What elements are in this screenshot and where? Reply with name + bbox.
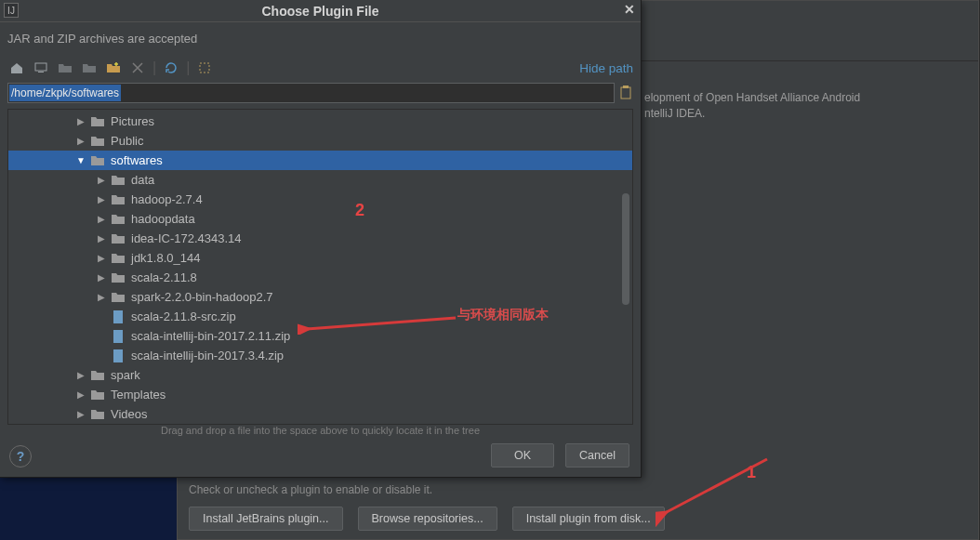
tree-item-label: idea-IC-172.4343.14: [131, 231, 242, 245]
folder-icon: [111, 270, 126, 285]
tree-folder[interactable]: ▶spark-2.2.0-bin-hadoop2.7: [8, 287, 632, 307]
background-panel-bottom: [0, 478, 177, 540]
chevron-right-icon[interactable]: ▶: [96, 194, 107, 204]
project-icon[interactable]: [56, 59, 74, 77]
folder-icon: [90, 134, 105, 149]
module-icon[interactable]: [80, 59, 99, 77]
tree-item-label: Public: [111, 134, 143, 148]
chevron-right-icon[interactable]: ▶: [96, 175, 107, 185]
svg-rect-0: [35, 63, 46, 71]
chevron-right-icon[interactable]: ▶: [75, 116, 86, 126]
new-folder-icon[interactable]: [104, 59, 123, 77]
chevron-right-icon[interactable]: ▶: [96, 253, 107, 263]
tree-file[interactable]: scala-intellij-bin-2017.3.4.zip: [8, 346, 632, 365]
tree-folder[interactable]: ▶spark: [8, 365, 632, 385]
folder-icon: [111, 173, 126, 188]
svg-rect-4: [623, 86, 629, 88]
tree-folder[interactable]: ▶jdk1.8.0_144: [8, 248, 632, 268]
tree-item-label: spark-2.2.0-bin-hadoop2.7: [131, 290, 273, 304]
svg-rect-3: [621, 87, 630, 99]
tree-item-label: scala-intellij-bin-2017.2.11.zip: [131, 329, 290, 343]
chevron-right-icon[interactable]: ▶: [96, 214, 107, 224]
folder-icon: [90, 388, 105, 402]
path-input[interactable]: /home/zkpk/softwares: [7, 83, 615, 103]
chevron-down-icon[interactable]: ▼: [75, 155, 86, 165]
folder-icon: [111, 212, 126, 227]
path-input-value: /home/zkpk/softwares: [9, 85, 121, 101]
drag-hint-text: Drag and drop a file into the space abov…: [0, 425, 641, 436]
chevron-right-icon[interactable]: ▶: [75, 136, 86, 146]
folder-icon: [111, 192, 126, 207]
file-chooser-toolbar: | | Hide path: [0, 59, 641, 83]
tree-file[interactable]: scala-intellij-bin-2017.2.11.zip: [8, 326, 632, 346]
tree-folder[interactable]: ▶hadoop-2.7.4: [8, 190, 632, 209]
chevron-right-icon[interactable]: ▶: [75, 370, 86, 380]
archive-icon: [111, 310, 126, 324]
help-button[interactable]: ?: [9, 445, 32, 468]
close-icon[interactable]: ✕: [624, 2, 635, 17]
chevron-right-icon[interactable]: ▶: [96, 272, 107, 283]
history-icon[interactable]: [618, 84, 633, 102]
dialog-titlebar[interactable]: IJ Choose Plugin File ✕: [0, 0, 641, 22]
ok-button[interactable]: OK: [491, 443, 554, 468]
folder-icon: [90, 153, 105, 168]
chevron-right-icon[interactable]: ▶: [96, 292, 107, 302]
svg-rect-2: [200, 63, 209, 72]
file-tree[interactable]: ▶Pictures▶Public▼softwares▶data▶hadoop-2…: [7, 109, 633, 425]
choose-plugin-file-dialog: IJ Choose Plugin File ✕ JAR and ZIP arch…: [0, 0, 642, 478]
tree-item-label: softwares: [111, 153, 163, 167]
folder-icon: [90, 368, 105, 383]
install-plugin-from-disk-button[interactable]: Install plugin from disk...: [512, 507, 665, 531]
tree-item-label: hadoop-2.7.4: [131, 192, 203, 206]
tree-item-label: hadoopdata: [131, 212, 195, 226]
archive-icon: [111, 349, 126, 363]
tree-item-label: jdk1.8.0_144: [131, 251, 200, 265]
delete-icon[interactable]: [128, 59, 147, 77]
tree-folder[interactable]: ▶Pictures: [8, 112, 632, 131]
folder-icon: [111, 290, 126, 305]
home-icon[interactable]: [7, 59, 26, 77]
show-hidden-icon[interactable]: [195, 59, 214, 77]
tree-item-label: data: [131, 173, 154, 187]
tree-item-label: scala-intellij-bin-2017.3.4.zip: [131, 349, 284, 362]
tree-scrollbar[interactable]: [622, 193, 629, 305]
tree-folder[interactable]: ▶idea-IC-172.4343.14: [8, 229, 632, 248]
install-jetbrains-plugin-button[interactable]: Install JetBrains plugin...: [189, 507, 343, 531]
svg-rect-8: [116, 330, 118, 343]
tree-item-label: scala-2.11.8: [131, 270, 197, 284]
tree-folder[interactable]: ▶data: [8, 170, 632, 190]
folder-icon: [90, 114, 105, 129]
archive-icon: [111, 329, 126, 344]
svg-rect-6: [116, 310, 118, 323]
hide-path-link[interactable]: Hide path: [579, 61, 633, 75]
settings-description: elopment of Open Handset Alliance Androi…: [644, 90, 960, 122]
folder-icon: [90, 407, 105, 422]
tree-folder[interactable]: ▶hadoopdata: [8, 209, 632, 229]
tree-item-label: Videos: [111, 407, 148, 421]
tree-folder[interactable]: ▶scala-2.11.8: [8, 268, 632, 287]
tree-folder[interactable]: ▶Public: [8, 131, 632, 151]
browse-repositories-button[interactable]: Browse repositories...: [358, 507, 497, 531]
tree-item-label: spark: [111, 368, 140, 382]
settings-hint: Check or uncheck a plugin to enable or d…: [189, 483, 432, 496]
chevron-right-icon[interactable]: ▶: [75, 389, 86, 400]
refresh-icon[interactable]: [162, 59, 180, 77]
cancel-button[interactable]: Cancel: [565, 443, 629, 468]
folder-icon: [111, 231, 126, 246]
svg-rect-10: [116, 349, 118, 362]
dialog-info-text: JAR and ZIP archives are accepted: [0, 22, 641, 46]
chevron-right-icon[interactable]: ▶: [96, 233, 107, 244]
tree-folder[interactable]: ▶Videos: [8, 404, 632, 424]
tree-item-label: scala-2.11.8-src.zip: [131, 310, 236, 323]
chevron-right-icon[interactable]: ▶: [75, 409, 86, 419]
folder-icon: [111, 251, 126, 266]
tree-folder[interactable]: ▼softwares: [8, 151, 632, 170]
tree-folder[interactable]: ▶Templates: [8, 385, 632, 404]
dialog-title-text: Choose Plugin File: [261, 4, 378, 19]
tree-file[interactable]: scala-2.11.8-src.zip: [8, 307, 632, 326]
tree-item-label: Templates: [111, 388, 166, 402]
desktop-icon[interactable]: [32, 59, 50, 77]
toolbar-separator-2: |: [186, 59, 190, 76]
app-icon: IJ: [4, 3, 19, 18]
tree-item-label: Pictures: [111, 114, 154, 128]
